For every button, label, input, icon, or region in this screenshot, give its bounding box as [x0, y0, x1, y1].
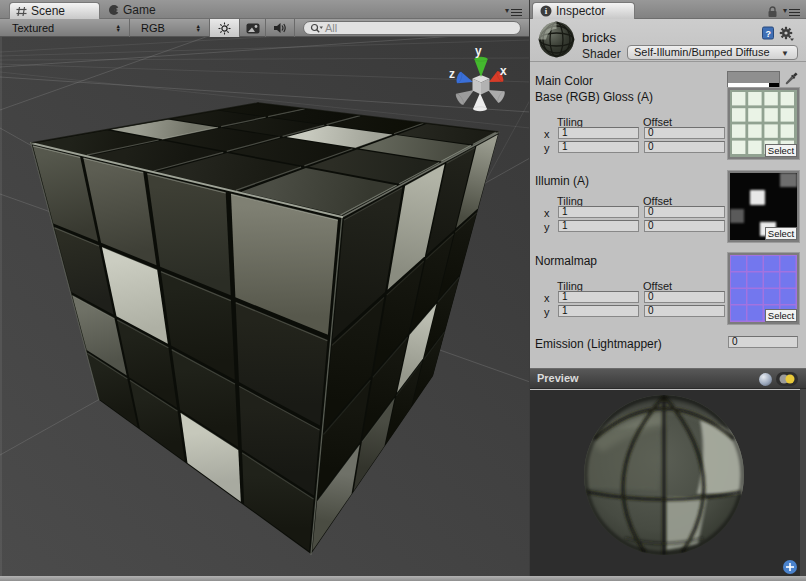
svg-text:y: y — [475, 44, 482, 58]
svg-text:x: x — [500, 64, 507, 78]
svg-text:z: z — [449, 67, 455, 81]
